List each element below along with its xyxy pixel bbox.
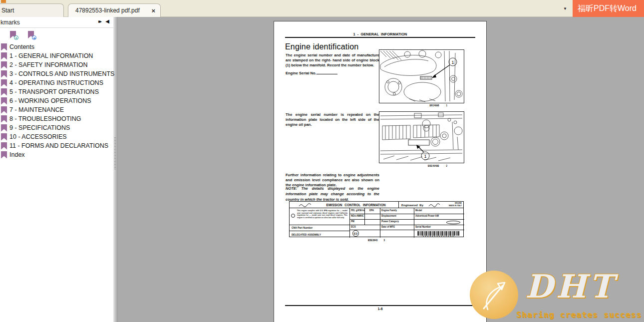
bookmark-item[interactable]: 5 - TRANSPORT OPERATIONS bbox=[0, 87, 113, 96]
figure-2-caption: BSE4049B2 bbox=[379, 165, 464, 167]
bookmarks-panel-header: kmarks ▸▸ ◀ bbox=[0, 17, 113, 28]
emission-title: EMISSION CONTROL INFORMATION bbox=[314, 203, 398, 207]
serial-number-label: Serial Number bbox=[414, 225, 432, 229]
bookmark-icon bbox=[1, 115, 7, 123]
ecs-label: ECS bbox=[350, 225, 356, 229]
brand-script-icon bbox=[299, 203, 312, 208]
made-in-italy-label: ENGINEMADE IN ITALY bbox=[449, 202, 462, 207]
bookmark-item-label: Index bbox=[9, 151, 25, 158]
close-icon[interactable]: × bbox=[151, 7, 155, 14]
tab-start-label: Start bbox=[1, 7, 14, 14]
bookmark-item[interactable]: 10 - ACCESSORIES bbox=[0, 132, 113, 141]
watermark-circle bbox=[470, 271, 518, 319]
figure-3-caption: BSE36433 bbox=[289, 239, 464, 242]
divider bbox=[398, 202, 399, 208]
bookmark-item[interactable]: 6 - WORKING OPERATIONS bbox=[0, 96, 113, 105]
bookmark-item-label: 10 - ACCESSORIES bbox=[9, 133, 67, 140]
tab-document[interactable]: 47892553-linked pdf.pdf × bbox=[68, 3, 161, 17]
engine-serial-line: Engine Serial No. bbox=[286, 71, 337, 75]
bookmark-item-label: 11 - FORMS AND DECLARATIONS bbox=[9, 142, 108, 149]
pdf-to-word-button[interactable]: 福昕PDF转Word bbox=[573, 0, 644, 17]
cnh-part-label: CNH Part Number bbox=[291, 226, 314, 230]
arrow-up-right-icon bbox=[470, 271, 518, 319]
divider bbox=[290, 225, 464, 225]
watermark-brand: DHT bbox=[525, 268, 644, 305]
fel-label: FEL g/KW-hr bbox=[350, 209, 366, 212]
paragraph-2: The engine serial number is repeated on … bbox=[286, 112, 379, 127]
serial-x-row: · X X X X X X X X X X X X X X · bbox=[414, 236, 462, 238]
bookmark-item-label: 1 - GENERAL INFORMATION bbox=[9, 52, 93, 59]
engineered-by-label: Engineered By bbox=[401, 204, 423, 207]
tab-start[interactable]: Start bbox=[0, 3, 64, 17]
engine-block-drawing: 1 bbox=[379, 50, 463, 102]
compliance-text: This engine complies with U.S. EPA regul… bbox=[297, 210, 347, 219]
panel-splitter[interactable] bbox=[113, 17, 118, 322]
page-number: 1-6 bbox=[274, 307, 486, 311]
arrow-badge-icon: ➔ bbox=[32, 35, 36, 40]
bookmark-item[interactable]: 3 - CONTROLS AND INSTRUMENTS bbox=[0, 69, 113, 78]
divider bbox=[349, 214, 464, 214]
panel-expand-icon[interactable]: ▸▸ bbox=[98, 18, 100, 24]
figure-engine-block: 1 bbox=[379, 49, 464, 103]
bookmark-item-label: 6 - WORKING OPERATIONS bbox=[9, 97, 91, 104]
chevron-down-icon[interactable]: ▼ bbox=[561, 5, 569, 12]
divider bbox=[349, 230, 464, 230]
splitter-grip-icon[interactable] bbox=[114, 137, 117, 169]
delegated-label: DELEGATED ASSEMBLY bbox=[291, 233, 322, 237]
model-label: Model bbox=[414, 209, 423, 212]
bookmark-item[interactable]: Index bbox=[0, 150, 113, 159]
bookmark-icon bbox=[1, 151, 7, 159]
bookmark-item[interactable]: 11 - FORMS AND DECLARATIONS bbox=[0, 141, 113, 150]
bookmark-icon bbox=[1, 70, 7, 78]
bookmark-icon bbox=[1, 79, 7, 87]
bookmark-item-label: 7 - MAINTENANCE bbox=[9, 106, 64, 113]
tab-bar: Start 47892553-linked pdf.pdf × ▼ 福昕PDF转… bbox=[0, 0, 644, 17]
divider bbox=[414, 208, 414, 238]
bookmark-item[interactable]: 7 - MAINTENANCE bbox=[0, 105, 113, 114]
bookmark-item[interactable]: 2 - SAFETY INFORMATION bbox=[0, 60, 113, 69]
bookmark-icon bbox=[1, 52, 7, 60]
pdf-page: 1 - GENERAL INFORMATION Engine identific… bbox=[274, 21, 487, 322]
note-paragraph: NOTE: The details displayed on the engin… bbox=[286, 186, 379, 203]
epa-label: EPA bbox=[368, 209, 375, 212]
emission-plate: EMISSION CONTROL INFORMATION Engineered … bbox=[289, 201, 464, 237]
e3-mark: E3 bbox=[352, 230, 359, 237]
pm-label: PM bbox=[350, 220, 355, 223]
brand-script-icon bbox=[428, 203, 440, 208]
bookmark-item[interactable]: 1 - GENERAL INFORMATION bbox=[0, 51, 113, 60]
displacement-label: Displacement bbox=[380, 214, 397, 218]
bookmark-icon bbox=[1, 43, 7, 51]
engine-family-label: Engine Family bbox=[380, 209, 398, 212]
next-bookmark-button[interactable]: ➔ bbox=[28, 31, 34, 39]
header-rule bbox=[285, 37, 475, 38]
divider bbox=[290, 231, 349, 231]
figure-oil-pan: 1 bbox=[379, 111, 464, 163]
bookmark-item-label: 8 - TROUBLESHOOTING bbox=[9, 115, 81, 122]
svg-text:1: 1 bbox=[424, 154, 426, 159]
paragraph-1: The engine serial number and date of man… bbox=[286, 53, 379, 67]
bookmark-icon bbox=[1, 97, 7, 105]
add-bookmark-button[interactable]: + bbox=[10, 31, 16, 39]
bookmark-item-label: 9 - SPECIFICATIONS bbox=[9, 124, 70, 131]
date-mfg-label: Date of MFG bbox=[380, 225, 396, 229]
bookmark-item[interactable]: Contents bbox=[0, 42, 113, 51]
bookmarks-panel-title: kmarks bbox=[0, 19, 20, 26]
bookmark-icon bbox=[1, 124, 7, 132]
divider bbox=[349, 219, 464, 220]
bookmark-item[interactable]: 4 - OPERATING INSTRUCTIONS bbox=[0, 78, 113, 87]
oil-pan-drawing: 1 bbox=[379, 112, 463, 162]
bookmark-item[interactable]: 8 - TROUBLESHOOTING bbox=[0, 114, 113, 123]
stamp-oval-icon bbox=[446, 221, 460, 224]
bookmark-item[interactable]: 9 - SPECIFICATIONS bbox=[0, 123, 113, 132]
barcode-icon bbox=[417, 231, 460, 236]
bookmark-icon bbox=[1, 106, 7, 114]
bookmarks-list: Contents1 - GENERAL INFORMATION2 - SAFET… bbox=[0, 42, 113, 159]
power-category-label: Power Category bbox=[380, 220, 400, 223]
bookmark-item-label: 2 - SAFETY INFORMATION bbox=[9, 61, 88, 68]
panel-collapse-icon[interactable]: ◀ bbox=[105, 18, 109, 24]
emission-plate-header: EMISSION CONTROL INFORMATION Engineered … bbox=[290, 202, 463, 208]
figure-1-caption: BRJ49981 bbox=[379, 104, 464, 107]
bookmarks-toolbar: + ➔ bbox=[0, 30, 113, 42]
bookmarks-panel: kmarks ▸▸ ◀ + ➔ Contents1 - GENERAL INFO… bbox=[0, 17, 113, 322]
paragraph-3: Further information relating to engine a… bbox=[286, 173, 379, 187]
